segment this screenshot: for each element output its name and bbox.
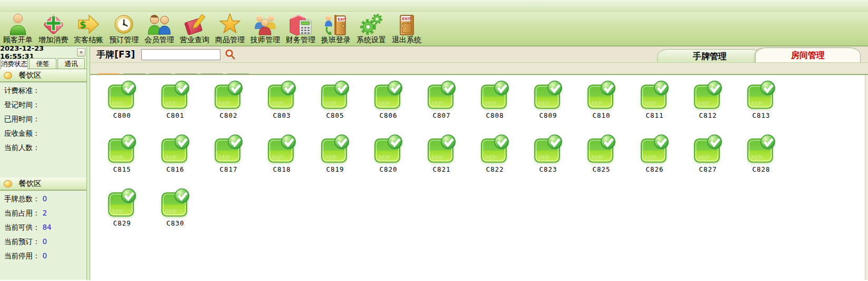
svg-text:MP: MP [325,154,336,162]
tool-label: 商品管理 [215,35,245,44]
tab-room-manage[interactable]: 房间管理 [755,48,861,62]
hand-tag[interactable]: MP C822 [468,134,522,173]
finance-manage-button[interactable]: 财务管理 [284,13,317,44]
hand-tag[interactable]: MP C827 [681,134,735,173]
hand-tag[interactable]: MP C828 [735,134,788,173]
hand-tag[interactable]: MP C823 [522,134,575,173]
hand-tag[interactable]: MP C805 [308,80,362,119]
tag-label: C803 [273,111,291,119]
hand-tag[interactable]: MP C800 [95,80,149,119]
tag-available-icon: MP [160,188,191,218]
svg-text:MP: MP [112,208,123,216]
add-consumption-button[interactable]: 增加消费 [36,13,70,44]
business-query-button[interactable]: 营业查询 [178,13,211,44]
hand-tag[interactable]: MP C810 [575,80,628,119]
sidebar-tab-notes[interactable]: 便签 [29,58,56,69]
magnifier-icon[interactable] [225,49,236,60]
hand-tag[interactable]: MP C809 [522,80,575,119]
area-tab[interactable] [175,73,197,74]
sidebar-tab-consume-status[interactable]: 消费状态 [1,59,28,69]
hand-tag[interactable]: MP C811 [628,80,681,119]
svg-text:MP: MP [485,100,496,108]
hand-tag[interactable]: MP C815 [95,134,149,173]
sidebar: 2023-12-23 16:55:31 « 消费状态 便签 通讯 餐饮区 计费标… [0,46,86,280]
tab-handtag-manage[interactable]: 手牌管理 [657,49,763,62]
summary-section-header: 餐饮区 [0,177,86,191]
tag-label: C805 [326,111,344,119]
manage-tabs: 手牌管理 房间管理 [657,48,861,62]
hand-tag[interactable]: MP C801 [149,80,202,119]
status-field-label: 已用时间： [4,115,40,123]
hand-tag[interactable]: MP C806 [362,80,415,119]
hand-tag[interactable]: MP C821 [415,134,468,173]
hand-tag[interactable]: MP C817 [202,134,255,173]
hand-tag[interactable]: MP C829 [95,188,149,227]
area-tab[interactable] [123,73,146,74]
sidebar-collapse-button[interactable]: « [77,48,85,57]
exit-system-button[interactable]: EXIT 退出系统 [390,13,423,44]
add-consumption-icon [41,13,65,35]
hand-tag[interactable]: MP C819 [308,134,362,173]
tag-label: C819 [326,165,344,173]
hand-tag[interactable]: MP C802 [202,80,255,119]
hand-tag[interactable]: MP C807 [415,80,468,119]
area-tab[interactable] [201,73,223,74]
tag-available-icon: MP [427,80,457,110]
section-title: 餐饮区 [18,70,42,80]
hand-tag[interactable]: MP C820 [362,134,415,173]
svg-text:MP: MP [431,100,443,108]
status-field-row: 登记时间： [0,97,86,111]
main-header: 手牌[F3] 手牌管理 房间管理 [90,46,868,62]
hand-tag[interactable]: MP C826 [628,134,681,173]
goods-manage-button[interactable]: 商品管理 [213,13,247,44]
tag-available-icon: MP [480,134,510,164]
sidebar-splitter[interactable] [86,46,90,280]
guest-checkout-button[interactable]: $ 宾客结账 [72,13,105,44]
booking-manage-button[interactable]: 预订管理 [107,13,141,44]
svg-text:MP: MP [485,154,496,162]
summary-field-row: 当前预订：0 [0,233,86,248]
window-right-edge [865,75,868,280]
tag-label: C813 [752,111,770,119]
summary-field-value: 84 [43,223,52,231]
status-field-label: 登记时间： [4,100,40,109]
tag-label: C823 [539,165,557,173]
svg-text:MP: MP [165,208,177,216]
svg-text:MP: MP [378,100,390,108]
tag-available-icon: MP [427,134,457,164]
handtag-search-input[interactable] [141,49,220,60]
system-settings-button[interactable]: 系统设置 [354,13,388,44]
tag-available-icon: MP [107,134,138,164]
area-tab[interactable] [227,73,249,74]
shift-login-button[interactable]: EXIT 换班登录 [319,13,353,44]
summary-field-value: 0 [43,237,47,246]
members-icon [147,13,171,35]
area-tab[interactable] [98,73,120,74]
hand-tag[interactable]: MP C816 [149,134,202,173]
status-field-row: 计费标准： [0,82,86,97]
status-field-label: 应收金额： [4,129,40,137]
svg-text:MP: MP [112,154,123,162]
summary-field-value: 2 [43,209,47,217]
svg-text:MP: MP [698,154,709,162]
technicians-manage-button[interactable]: 技师管理 [248,13,282,44]
hand-tag[interactable]: MP C830 [149,188,202,227]
svg-text:MP: MP [112,100,123,108]
hand-tag[interactable]: MP C813 [735,80,788,119]
customer-open-button[interactable]: 顾客开单 [1,13,35,44]
tag-available-icon: MP [746,80,777,110]
tool-label: 技师管理 [250,35,280,44]
hand-tag[interactable]: MP C818 [255,134,308,173]
hand-tag[interactable]: MP C808 [468,80,522,119]
section-ball-icon [4,180,12,188]
status-field-row: 当前人数： [0,139,86,154]
area-tab[interactable] [149,73,171,74]
sidebar-tab-comms[interactable]: 通讯 [57,58,85,69]
members-manage-button[interactable]: 会员管理 [142,13,176,44]
status-field-label: 当前人数： [4,143,40,152]
hand-tag[interactable]: MP C825 [575,134,628,173]
hand-tag[interactable]: MP C803 [255,80,308,119]
shift-login-icon: EXIT [324,13,348,35]
hand-tag[interactable]: MP C812 [681,80,735,119]
svg-text:MP: MP [644,154,656,162]
